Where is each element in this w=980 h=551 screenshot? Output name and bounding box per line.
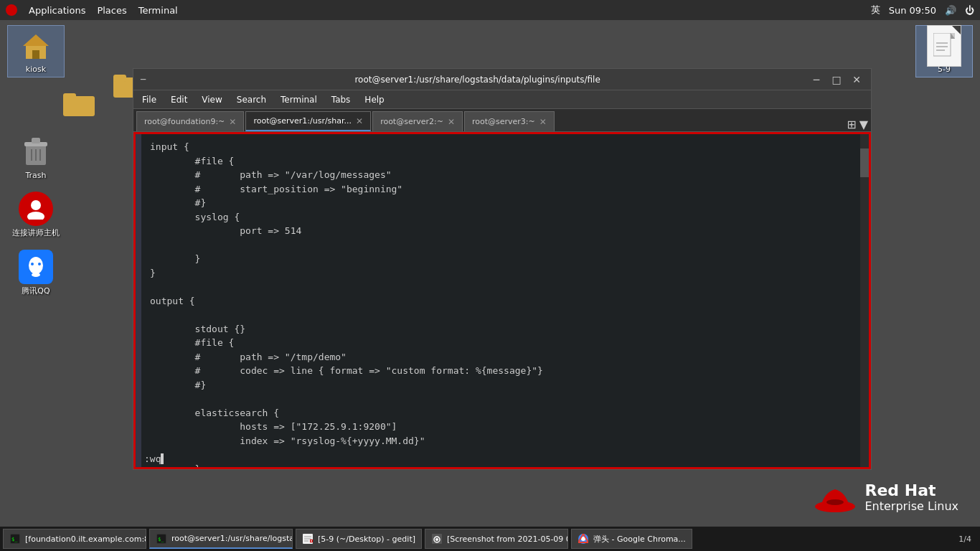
svg-rect-4: [63, 93, 76, 100]
desktop-icon-trash[interactable]: Trash: [7, 132, 65, 183]
taskbar-page: 1/4: [953, 534, 977, 544]
minimize-button[interactable]: ─: [809, 74, 824, 85]
scrollbar-thumb[interactable]: [860, 149, 869, 177]
desktop-icon-file[interactable]: 5-9: [915, 25, 973, 77]
places-menu[interactable]: Places: [97, 5, 126, 16]
svg-point-26: [826, 499, 844, 505]
svg-rect-9: [32, 138, 40, 143]
tab-server3[interactable]: root@server3:~ ✕: [464, 111, 555, 131]
svg-point-16: [31, 263, 34, 265]
chrome-icon-svg: [578, 534, 588, 544]
tab-menu-button[interactable]: ▼: [859, 118, 868, 131]
cursor: [161, 453, 164, 464]
terminal-menu[interactable]: Terminal: [138, 5, 178, 16]
redhat-tagline: Enterprise Linux: [865, 499, 959, 513]
taskbar-gedit[interactable]: [5-9 (~/Desktop) - gedit]: [296, 529, 422, 549]
desktop-icon-connect[interactable]: 连接讲师主机: [7, 189, 65, 241]
menu-view[interactable]: View: [196, 93, 227, 106]
qq-icon-svg: [24, 255, 48, 279]
redhat-text-block: Red Hat Enterprise Linux: [865, 481, 959, 513]
menu-file[interactable]: File: [136, 93, 162, 106]
svg-point-42: [435, 538, 438, 541]
language-selector[interactable]: 英: [871, 4, 880, 17]
terminal-icon-svg: $_: [10, 534, 20, 544]
kiosk-icon-img: [19, 29, 53, 63]
svg-rect-19: [933, 33, 951, 56]
taskbar-chrome-label: 弹头 - Google Chroma...: [593, 534, 686, 545]
tab-new-button[interactable]: ⊞: [847, 118, 856, 131]
tab-server1-close[interactable]: ✕: [356, 116, 363, 126]
tab-foundation9-close[interactable]: ✕: [229, 117, 236, 127]
top-bar: Applications Places Terminal 英 Sun 09:50…: [0, 0, 980, 20]
terminal-content[interactable]: input { #file { # path => "/var/log/mess…: [133, 132, 871, 469]
menu-terminal[interactable]: Terminal: [275, 93, 323, 106]
menu-edit[interactable]: Edit: [165, 93, 193, 106]
terminal-title: root@server1:/usr/share/logstash/data/pl…: [146, 75, 809, 85]
redhat-dot: [6, 4, 17, 16]
taskbar-chrome[interactable]: 弹头 - Google Chroma...: [571, 529, 692, 549]
terminal-menubar: File Edit View Search Terminal Tabs Help: [133, 90, 871, 109]
taskbar-gedit-icon: [302, 533, 314, 545]
terminal-icon2-svg: $_: [156, 534, 166, 544]
volume-icon[interactable]: 🔊: [945, 5, 956, 16]
tab-server3-label: root@server3:~: [472, 117, 535, 126]
taskbar-chrome-icon: [578, 533, 589, 545]
taskbar-kiosk-label: [foundation0.ilt.example.com:8 (kio...: [25, 534, 146, 544]
connect-icon-svg: [25, 198, 47, 220]
tab-foundation9[interactable]: root@foundation9:~ ✕: [136, 111, 244, 131]
terminal-minimize-btn[interactable]: ─: [141, 75, 146, 85]
taskbar-server1[interactable]: $_ root@server1:/usr/share/logstash/...: [149, 529, 293, 549]
svg-rect-6: [113, 75, 126, 82]
taskbar: $_ [foundation0.ilt.example.com:8 (kio..…: [0, 527, 980, 551]
tab-foundation9-label: root@foundation9:~: [144, 117, 225, 126]
trash-icon: [22, 136, 50, 168]
taskbar-screenshot-icon: [431, 533, 443, 545]
connect-icon-circle: [19, 192, 53, 226]
applications-menu[interactable]: Applications: [29, 5, 85, 16]
window-controls: ─ □ ✕: [809, 74, 864, 85]
maximize-button[interactable]: □: [829, 74, 844, 85]
taskbar-screenshot[interactable]: [Screenshot from 2021-05-09 09-...: [425, 529, 568, 549]
desktop: Applications Places Terminal 英 Sun 09:50…: [0, 0, 980, 551]
trash-icon-img: [19, 135, 53, 169]
connect-label: 连接讲师主机: [12, 227, 60, 238]
file-icon-svg: [933, 33, 955, 59]
tab-server2-close[interactable]: ✕: [448, 117, 455, 127]
close-button[interactable]: ✕: [849, 74, 864, 85]
terminal-tabs: root@foundation9:~ ✕ root@server1:/usr/s…: [133, 109, 871, 132]
tab-server2[interactable]: root@server2:~ ✕: [372, 111, 463, 131]
desktop-icon-folder1[interactable]: [50, 83, 108, 123]
taskbar-server1-icon: $_: [156, 533, 167, 545]
tab-server3-close[interactable]: ✕: [540, 117, 547, 127]
folder1-icon-img: [62, 86, 96, 121]
desktop-icon-qq[interactable]: 腾讯QQ: [7, 247, 65, 299]
terminal-code: input { #file { # path => "/var/log/mess…: [150, 140, 860, 469]
kiosk-label: kiosk: [26, 65, 46, 74]
terminal-prompt: :wq: [144, 453, 164, 464]
tab-server1[interactable]: root@server1:/usr/shar... ✕: [245, 111, 371, 131]
qq-label: 腾讯QQ: [22, 286, 50, 296]
tab-actions: ⊞ ▼: [847, 118, 868, 131]
svg-point-14: [27, 212, 44, 220]
svg-text:$_: $_: [11, 537, 18, 542]
svg-point-13: [31, 200, 41, 210]
terminal-window: ─ root@server1:/usr/share/logstash/data/…: [133, 68, 872, 470]
menu-help[interactable]: Help: [359, 93, 390, 106]
menu-tabs[interactable]: Tabs: [326, 93, 357, 106]
folder1-icon: [63, 90, 95, 116]
right-icons-area: 5-9: [915, 25, 973, 77]
desktop-icon-kiosk[interactable]: kiosk: [7, 25, 65, 77]
power-icon[interactable]: ⏻: [965, 5, 974, 16]
taskbar-gedit-label: [5-9 (~/Desktop) - gedit]: [318, 534, 415, 544]
taskbar-kiosk[interactable]: $_ [foundation0.ilt.example.com:8 (kio..…: [3, 529, 146, 549]
edit-icon-svg: [303, 534, 313, 544]
screenshot-icon-svg: [432, 534, 442, 544]
menu-search[interactable]: Search: [231, 93, 272, 106]
terminal-scrollbar[interactable]: [860, 134, 869, 467]
redhat-name: Red Hat: [865, 481, 959, 499]
svg-point-17: [38, 263, 41, 265]
trash-label: Trash: [25, 171, 46, 180]
svg-text:$_: $_: [158, 537, 164, 542]
file-icon-box: [927, 25, 961, 67]
clock: Sun 09:50: [889, 5, 936, 16]
